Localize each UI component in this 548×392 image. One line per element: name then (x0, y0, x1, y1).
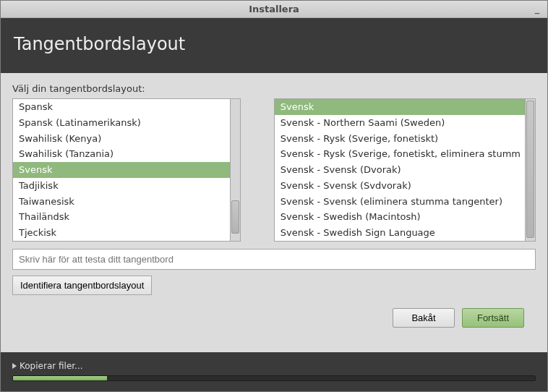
language-list[interactable]: SpanskSpansk (Latinamerikansk)Swahilisk … (12, 98, 231, 242)
layout-prompt: Välj din tangentbordslayout: (12, 83, 536, 94)
scrollbar[interactable] (231, 98, 241, 242)
continue-button[interactable]: Fortsätt (462, 308, 524, 328)
progress-fill (13, 376, 107, 380)
language-list-item[interactable]: Thailändsk (13, 209, 230, 225)
nav-buttons: Bakåt Fortsätt (12, 295, 536, 336)
expand-icon (12, 363, 17, 369)
language-list-item[interactable]: Tadjikisk (13, 178, 230, 194)
variant-list[interactable]: SvenskSvensk - Northern Saami (Sweden)Sv… (274, 98, 526, 242)
variant-list-item[interactable]: Svensk - Swedish Sign Language (275, 225, 525, 241)
layout-lists: SpanskSpansk (Latinamerikansk)Swahilisk … (12, 98, 536, 242)
variant-list-item[interactable]: Svensk (275, 99, 525, 115)
footer-status-text: Kopierar filer... (20, 361, 83, 371)
language-list-item[interactable]: Tjeckisk (13, 225, 230, 241)
footer: Kopierar filer... (1, 352, 547, 391)
footer-status-row[interactable]: Kopierar filer... (12, 361, 536, 371)
scrollbar-thumb[interactable] (526, 101, 534, 238)
titlebar[interactable]: Installera _ (1, 1, 547, 18)
installer-window: Installera _ Tangentbordslayout Välj din… (0, 0, 548, 392)
scrollbar[interactable] (526, 98, 536, 242)
language-list-item[interactable]: Spansk (13, 99, 230, 115)
content-area: Välj din tangentbordslayout: SpanskSpans… (1, 73, 547, 352)
language-list-item[interactable]: Taiwanesisk (13, 194, 230, 210)
variant-list-item[interactable]: Svensk - Svensk (eliminera stumma tangen… (275, 194, 525, 210)
variant-list-item[interactable]: Svensk - Rysk (Sverige, fonetiskt, elimi… (275, 146, 525, 162)
variant-list-item[interactable]: Svensk - Svensk (Svdvorak) (275, 178, 525, 194)
language-list-wrap: SpanskSpansk (Latinamerikansk)Swahilisk … (12, 98, 241, 242)
detect-layout-button[interactable]: Identifiera tangentbordslayout (12, 276, 152, 295)
language-list-item[interactable]: Swahilisk (Kenya) (13, 131, 230, 147)
window-title: Installera (249, 4, 299, 14)
minimize-icon[interactable]: _ (531, 4, 543, 14)
variant-list-item[interactable]: Svensk - Northern Saami (Sweden) (275, 115, 525, 131)
variant-list-item[interactable]: Svensk - Rysk (Sverige, fonetiskt) (275, 131, 525, 147)
page-title: Tangentbordslayout (14, 34, 534, 54)
language-list-item[interactable]: Swahilisk (Tanzania) (13, 146, 230, 162)
variant-list-item[interactable]: Svensk - Swedish (Macintosh) (275, 209, 525, 225)
language-list-item[interactable]: Spansk (Latinamerikansk) (13, 115, 230, 131)
variant-list-wrap: SvenskSvensk - Northern Saami (Sweden)Sv… (274, 98, 536, 242)
variant-list-item[interactable]: Svensk - Svensk (Dvorak) (275, 162, 525, 178)
language-list-item[interactable]: Svensk (13, 162, 230, 178)
keyboard-test-input[interactable] (12, 249, 536, 270)
progress-bar (12, 375, 536, 381)
scrollbar-thumb[interactable] (231, 200, 239, 234)
back-button[interactable]: Bakåt (393, 308, 455, 328)
page-header: Tangentbordslayout (1, 18, 547, 73)
